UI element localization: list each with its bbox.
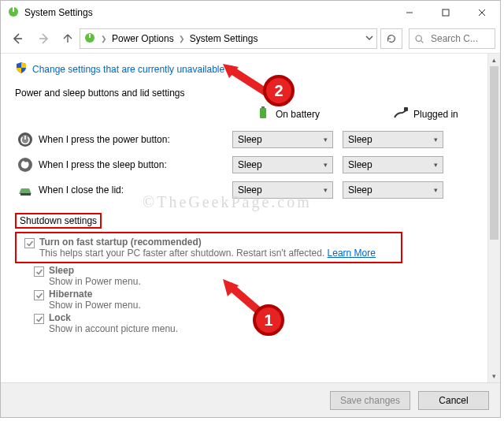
scroll-down-icon[interactable]: ▾ xyxy=(488,370,500,382)
minimize-button[interactable] xyxy=(391,1,428,24)
checkbox-checked-icon xyxy=(34,290,44,300)
sleep-title: Sleep xyxy=(49,265,141,276)
svg-rect-1 xyxy=(13,7,14,12)
breadcrumb[interactable]: ❯ Power Options ❯ System Settings xyxy=(80,28,377,49)
lid-plugged-select[interactable]: Sleep▾ xyxy=(343,181,443,199)
col-plugged-in: Plugged in xyxy=(413,109,458,120)
chevron-right-icon: ❯ xyxy=(177,35,187,43)
back-button[interactable] xyxy=(6,27,29,50)
lock-desc: Show in account picture menu. xyxy=(49,323,178,334)
save-button[interactable]: Save changes xyxy=(330,391,410,410)
refresh-button[interactable] xyxy=(380,28,402,49)
fast-startup-desc: This helps start your PC faster after sh… xyxy=(39,248,328,259)
sleep-plugged-select[interactable]: Sleep▾ xyxy=(343,156,443,173)
checkbox-checked-icon xyxy=(34,266,44,277)
learn-more-link[interactable]: Learn More xyxy=(328,248,376,259)
svg-rect-18 xyxy=(20,193,31,196)
change-settings-link[interactable]: Change settings that are currently unava… xyxy=(32,64,224,75)
breadcrumb-dropdown-icon[interactable] xyxy=(365,33,373,44)
checkbox-checked-icon xyxy=(34,314,44,324)
maximize-button[interactable] xyxy=(428,1,464,24)
row-sleep-label: When I press the sleep button: xyxy=(35,159,232,170)
chevron-down-icon: ▾ xyxy=(434,186,438,194)
svg-rect-3 xyxy=(443,9,449,16)
power-options-icon xyxy=(83,32,96,47)
sleep-battery-select[interactable]: Sleep▾ xyxy=(232,156,333,173)
up-button[interactable] xyxy=(59,27,76,50)
power-plugged-select[interactable]: Sleep▾ xyxy=(343,131,443,148)
fast-startup-title: Turn on fast startup (recommended) xyxy=(39,237,376,248)
svg-rect-9 xyxy=(89,34,91,38)
search-box[interactable] xyxy=(409,28,495,49)
svg-point-10 xyxy=(416,35,421,41)
scrollbar-thumb[interactable] xyxy=(490,66,498,240)
svg-rect-12 xyxy=(260,108,266,118)
col-on-battery: On battery xyxy=(276,109,320,120)
power-button-icon xyxy=(15,131,35,148)
hibernate-title: Hibernate xyxy=(49,289,141,300)
chevron-down-icon: ▾ xyxy=(324,136,328,143)
sleep-button-icon xyxy=(15,156,35,173)
chevron-right-icon: ❯ xyxy=(99,35,109,43)
lid-icon xyxy=(15,181,35,199)
svg-line-11 xyxy=(421,40,423,42)
row-lid-label: When I close the lid: xyxy=(35,184,232,196)
breadcrumb-power-options[interactable]: Power Options xyxy=(112,33,174,44)
svg-rect-14 xyxy=(404,107,408,111)
forward-button[interactable] xyxy=(32,27,56,50)
cancel-button[interactable]: Cancel xyxy=(418,391,489,410)
lock-title: Lock xyxy=(49,312,178,323)
vertical-scrollbar[interactable]: ▴ ▾ xyxy=(487,54,500,382)
search-icon xyxy=(414,34,424,44)
uac-shield-icon xyxy=(15,61,28,76)
hibernate-desc: Show in Power menu. xyxy=(49,300,141,311)
power-battery-select[interactable]: Sleep▾ xyxy=(232,131,333,148)
annotation-badge-2: 2 xyxy=(263,75,295,106)
window-title: System Settings xyxy=(24,7,93,18)
breadcrumb-system-settings[interactable]: System Settings xyxy=(190,33,258,44)
sleep-desc: Show in Power menu. xyxy=(49,276,141,287)
chevron-down-icon: ▾ xyxy=(324,186,328,194)
annotation-badge-1: 1 xyxy=(253,304,284,336)
fast-startup-option: Turn on fast startup (recommended) This … xyxy=(24,237,393,259)
scroll-up-icon[interactable]: ▴ xyxy=(488,54,500,66)
close-button[interactable] xyxy=(464,1,500,24)
search-input[interactable] xyxy=(429,32,484,45)
chevron-down-icon: ▾ xyxy=(324,161,328,169)
power-options-icon xyxy=(7,6,20,20)
plug-icon xyxy=(393,105,409,123)
checkbox-checked-icon xyxy=(24,238,35,248)
row-power-label: When I press the power button: xyxy=(35,134,232,145)
svg-rect-13 xyxy=(261,106,265,108)
battery-icon xyxy=(255,105,271,123)
chevron-down-icon: ▾ xyxy=(434,136,438,143)
shutdown-settings-heading: Shutdown settings xyxy=(15,213,102,229)
lid-battery-select[interactable]: Sleep▾ xyxy=(232,181,333,199)
chevron-down-icon: ▾ xyxy=(434,161,438,169)
